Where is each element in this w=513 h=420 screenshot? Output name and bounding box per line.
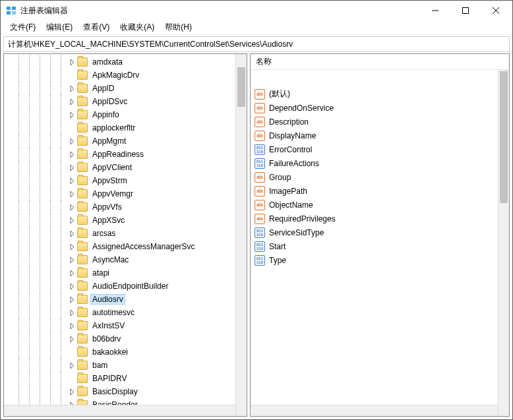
scrollbar-thumb[interactable] [500,71,508,203]
expand-icon[interactable] [67,282,76,291]
expand-icon[interactable] [67,176,76,185]
tree-item-label: bam [90,360,109,371]
tree-item[interactable]: Appinfo [4,108,235,121]
tree-item[interactable]: AppXSvc [4,214,235,227]
expand-icon[interactable] [67,242,76,251]
close-button[interactable] [481,1,511,20]
folder-icon [77,387,88,396]
content-area: amdxataApkMagicDrvAppIDAppIDSvcAppinfoap… [1,53,512,419]
menu-file[interactable]: 文件(F) [5,20,41,34]
list-vertical-scrollbar[interactable] [498,70,509,416]
menu-favorites[interactable]: 收藏夹(A) [115,20,160,34]
tree-item[interactable]: AppMgmt [4,135,235,148]
minimize-button[interactable] [420,1,450,20]
expand-icon[interactable] [67,163,76,172]
menu-view[interactable]: 查看(V) [78,20,115,34]
tree-item[interactable]: arcsas [4,227,235,240]
value-name: FailureActions [269,159,319,168]
expand-icon[interactable] [67,110,76,119]
tree-item[interactable]: AsyncMac [4,253,235,266]
value-row[interactable]: abObjectName [251,198,498,212]
tree-item[interactable]: BasicDisplay [4,385,235,398]
expand-icon[interactable] [67,295,76,304]
value-row[interactable]: abDependOnService [251,101,498,115]
list-column-header-name[interactable]: 名称 [251,54,509,70]
expand-icon[interactable] [67,97,76,106]
tree-item[interactable]: AxInstSV [4,319,235,332]
tree-item-label: AssignedAccessManagerSvc [90,241,196,252]
value-row[interactable]: ab(默认) [251,87,498,101]
menu-edit[interactable]: 编辑(E) [41,20,78,34]
tree-item[interactable]: bam [4,359,235,372]
value-row[interactable]: abRequiredPrivileges [251,212,498,225]
tree-item[interactable]: AppvVemgr [4,187,235,200]
value-row[interactable]: 011110ServiceSidType [251,225,498,239]
menu-help[interactable]: 帮助(H) [160,20,197,34]
svg-rect-0 [7,7,11,10]
address-bar[interactable]: 计算机\HKEY_LOCAL_MACHINE\SYSTEM\CurrentCon… [3,36,510,52]
value-row[interactable]: 011110Type [251,253,498,267]
tree-item-label: arcsas [90,228,117,239]
tree-item[interactable]: AudioEndpointBuilder [4,280,235,293]
tree-item[interactable]: AppVClient [4,161,235,174]
expand-icon[interactable] [67,400,76,405]
tree-item-label: AppXSvc [90,215,127,225]
tree-item-label: AppVClient [90,162,134,173]
expand-icon[interactable] [67,216,76,225]
value-name: DependOnService [269,104,334,113]
value-row[interactable]: abGroup [251,170,498,184]
maximize-button[interactable] [450,1,481,20]
value-row[interactable]: abImagePath [251,184,498,198]
tree-item[interactable]: BasicRender [4,398,235,405]
expand-icon[interactable] [67,202,76,212]
expand-icon[interactable] [67,387,76,396]
value-row[interactable]: abDescription [251,115,498,129]
tree-item[interactable]: applockerfltr [4,121,235,135]
tree-indent [4,385,67,398]
expand-icon[interactable] [67,229,76,238]
expand-icon[interactable] [67,84,76,93]
tree-item[interactable]: AppvVfs [4,200,235,214]
value-row[interactable]: 011110Start [251,239,498,253]
value-row[interactable]: 011110FailureActions [251,156,498,170]
values-list[interactable]: ab(默认)abDependOnServiceabDescriptionabDi… [251,86,498,405]
tree-item[interactable]: AppIDSvc [4,95,235,108]
tree-item[interactable]: AppID [4,82,235,95]
registry-tree[interactable]: amdxataApkMagicDrvAppIDAppIDSvcAppinfoap… [4,54,235,405]
tree-item[interactable]: AppReadiness [4,148,235,161]
expand-icon[interactable] [67,150,76,159]
tree-item[interactable]: AssignedAccessManagerSvc [4,240,235,253]
expand-icon[interactable] [67,136,76,146]
tree-item[interactable]: Audiosrv [4,293,235,306]
scrollbar-thumb[interactable] [237,67,245,107]
value-name: Group [269,173,291,182]
value-row[interactable]: 011110ErrorControl [251,142,498,156]
expand-icon[interactable] [67,189,76,198]
tree-indent [4,266,67,280]
expand-icon[interactable] [67,308,76,317]
tree-item-label: AxInstSV [90,320,127,331]
expand-icon[interactable] [67,255,76,264]
tree-item[interactable]: BAPIDRV [4,372,235,385]
tree-item[interactable]: amdxata [4,55,235,69]
tree-item-label: applockerfltr [90,123,137,133]
expand-icon[interactable] [67,334,76,344]
tree-item[interactable]: b06bdrv [4,332,235,345]
list-horizontal-scrollbar[interactable] [251,405,498,416]
expand-icon[interactable] [67,321,76,330]
tree-item[interactable]: ApkMagicDrv [4,69,235,82]
tree-item[interactable]: AppvStrm [4,174,235,187]
tree-item[interactable]: atapi [4,266,235,280]
value-name: ImagePath [269,187,307,196]
expand-icon[interactable] [67,57,76,67]
tree-horizontal-scrollbar[interactable] [4,405,235,416]
folder-icon [77,321,88,330]
no-expand-icon [67,374,76,383]
tree-item[interactable]: autotimesvc [4,306,235,319]
value-row[interactable]: abDisplayName [251,129,498,142]
tree-vertical-scrollbar[interactable] [235,54,247,416]
expand-icon[interactable] [67,268,76,278]
tree-item[interactable]: bakaokkei [4,345,235,359]
expand-icon[interactable] [67,361,76,370]
titlebar[interactable]: 注册表编辑器 [1,1,512,20]
